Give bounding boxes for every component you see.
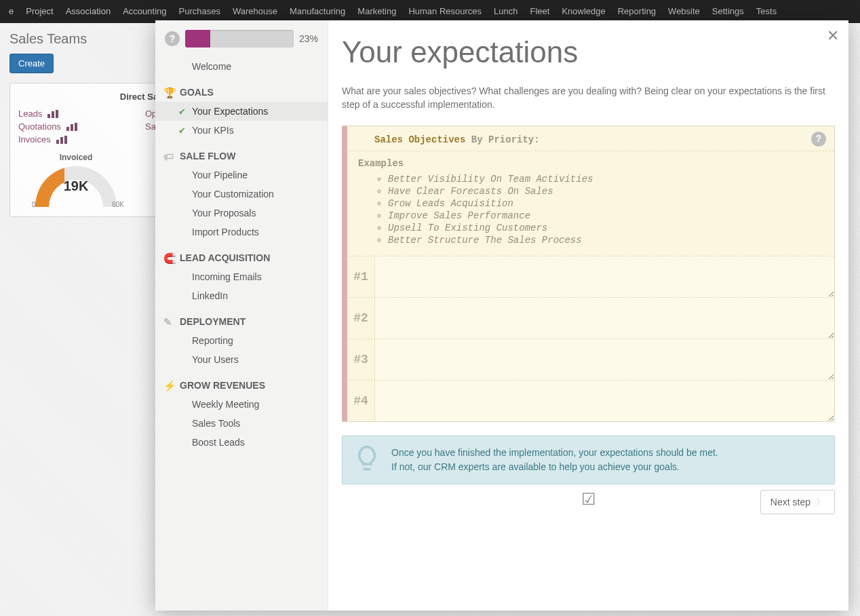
objectives-header: Sales Objectives By Priority: ? xyxy=(347,126,834,151)
check-icon: ✔ xyxy=(178,126,186,136)
sidebar-item-reporting[interactable]: Reporting xyxy=(155,331,328,350)
sidebar-item-weekly-meeting[interactable]: Weekly Meeting xyxy=(155,395,328,414)
nav-item[interactable]: Project xyxy=(20,0,59,23)
progress-bar xyxy=(185,30,294,47)
priority-label: #1 xyxy=(347,256,374,297)
nav-item[interactable]: Association xyxy=(60,0,117,23)
examples-block: Examples Better Visibility On Team Activ… xyxy=(347,151,834,256)
close-icon[interactable]: ✕ xyxy=(827,27,839,45)
sidebar-section-grow: ⚡ GROW REVENUES xyxy=(155,376,328,395)
kanban-link-invoices[interactable]: Invoices xyxy=(18,133,51,146)
bolt-icon: ⚡ xyxy=(163,380,176,392)
modal-sidebar: ? 23% Welcome 🏆 GOALS ✔ Your Expectation… xyxy=(155,20,328,611)
sidebar-item-import-products[interactable]: Import Products xyxy=(155,223,328,242)
sidebar-item-welcome[interactable]: Welcome xyxy=(155,57,328,76)
sidebar-item-expectations[interactable]: ✔ Your Expectations xyxy=(155,102,328,121)
nav-item[interactable]: Reporting xyxy=(612,0,662,23)
bar-chart-icon[interactable] xyxy=(56,136,67,144)
kanban-link-quotations[interactable]: Quotations xyxy=(18,120,61,133)
objective-input-4[interactable] xyxy=(374,381,834,421)
kanban-link-leads[interactable]: Leads xyxy=(18,107,42,120)
trophy-icon: 🏆 xyxy=(163,87,176,99)
nav-item[interactable]: Lunch xyxy=(488,0,524,23)
sidebar-item-your-users[interactable]: Your Users xyxy=(155,350,328,369)
sidebar-section-goals: 🏆 GOALS xyxy=(155,83,328,102)
priority-label: #2 xyxy=(347,298,374,339)
objectives-box: Sales Objectives By Priority: ? Examples… xyxy=(342,126,835,422)
nav-item-truncated[interactable]: e xyxy=(3,0,20,23)
bar-chart-icon[interactable] xyxy=(47,110,58,118)
magnet-icon: 🧲 xyxy=(163,252,176,265)
example-item: Better Visibility On Team Activities xyxy=(388,173,823,185)
sidebar-item-customization[interactable]: Your Customization xyxy=(155,185,328,204)
priority-label: #4 xyxy=(347,381,374,421)
nav-item[interactable]: Purchases xyxy=(173,0,227,23)
tag-icon: 🏷 xyxy=(163,151,176,163)
sidebar-item-boost-leads[interactable]: Boost Leads xyxy=(155,433,328,452)
next-step-button[interactable]: Next step 〉 xyxy=(760,490,835,514)
objective-input-2[interactable] xyxy=(374,298,834,339)
nav-item[interactable]: Knowledge xyxy=(555,0,611,23)
modal-content: Your expectations What are your sales ob… xyxy=(328,20,848,611)
nav-item[interactable]: Marketing xyxy=(351,0,402,23)
sidebar-section-leadacq: 🧲 LEAD ACQUISITION xyxy=(155,248,328,267)
nav-item[interactable]: Manufacturing xyxy=(284,0,351,23)
create-button[interactable]: Create xyxy=(9,54,54,73)
nav-item[interactable]: Tests xyxy=(750,0,783,23)
lightbulb-icon xyxy=(352,443,382,473)
panel-title: Your expectations xyxy=(342,35,835,69)
priority-label: #3 xyxy=(347,339,374,380)
sidebar-item-pipeline[interactable]: Your Pipeline xyxy=(155,166,328,185)
gauge-label: Invoiced xyxy=(18,153,134,162)
nav-item[interactable]: Human Resources xyxy=(402,0,488,23)
help-icon[interactable]: ? xyxy=(811,132,826,147)
sidebar-item-linkedin[interactable]: LinkedIn xyxy=(155,286,328,305)
sidebar-section-deployment: ✎ DEPLOYMENT xyxy=(155,312,328,331)
sidebar-section-saleflow: 🏷 SALE FLOW xyxy=(155,147,328,166)
objective-input-1[interactable] xyxy=(374,256,834,297)
wand-icon: ✎ xyxy=(163,316,176,328)
nav-item[interactable]: Website xyxy=(662,0,706,23)
info-callout: Once you have finished the implementatio… xyxy=(342,436,835,484)
nav-item[interactable]: Fleet xyxy=(524,0,555,23)
progress-percent: 23% xyxy=(299,33,318,44)
example-item: Grow Leads Acquisition xyxy=(388,197,823,210)
gauge-invoiced: Invoiced 19K 0 60K xyxy=(18,153,134,207)
panel-footer: ☑ Next step 〉 xyxy=(342,490,835,514)
example-item: Upsell To Existing Customers xyxy=(388,222,823,234)
chevron-right-icon: 〉 xyxy=(816,496,825,508)
sidebar-item-proposals[interactable]: Your Proposals xyxy=(155,204,328,223)
help-icon[interactable]: ? xyxy=(165,31,180,46)
onboarding-modal: ✕ ? 23% Welcome 🏆 GOALS ✔ Your Expectati… xyxy=(155,20,848,611)
top-navbar: e Project Association Accounting Purchas… xyxy=(0,0,860,23)
gauge-value: 19K xyxy=(18,178,134,194)
check-icon: ✔ xyxy=(178,107,186,117)
sidebar-item-sales-tools[interactable]: Sales Tools xyxy=(155,414,328,433)
panel-intro: What are your sales objectives? What cha… xyxy=(342,84,835,112)
nav-item[interactable]: Accounting xyxy=(117,0,172,23)
sidebar-item-incoming-emails[interactable]: Incoming Emails xyxy=(155,267,328,286)
example-item: Better Structure The Sales Process xyxy=(388,234,823,246)
objective-input-3[interactable] xyxy=(374,339,834,380)
sidebar-item-kpis[interactable]: ✔ Your KPIs xyxy=(155,121,328,140)
nav-item[interactable]: Warehouse xyxy=(227,0,284,23)
bar-chart-icon[interactable] xyxy=(66,123,77,131)
nav-item[interactable]: Settings xyxy=(706,0,750,23)
example-item: Have Clear Forecasts On Sales xyxy=(388,185,823,197)
mark-done-icon[interactable]: ☑ xyxy=(581,490,596,509)
example-item: Improve Sales Performance xyxy=(388,210,823,222)
